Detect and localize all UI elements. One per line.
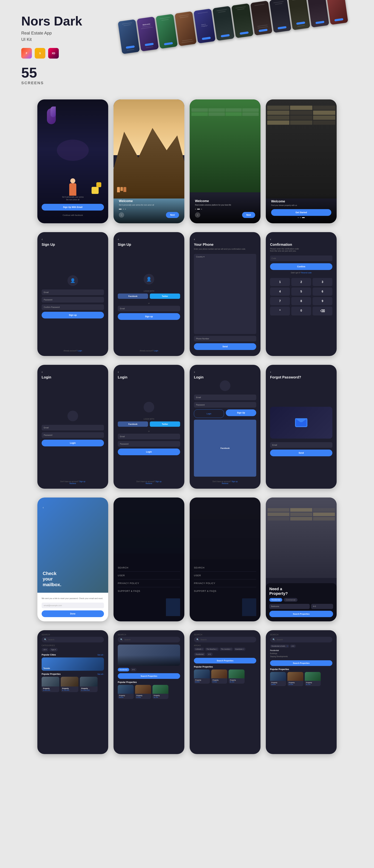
property-card-1[interactable]: Property$ 400,000 [41, 677, 59, 692]
property-card-s3-2[interactable]: Property$750K [211, 670, 227, 684]
num-key-2[interactable]: 2 [291, 278, 311, 286]
num-key-6[interactable]: 6 [313, 287, 333, 296]
property-card-s4-3[interactable]: Property$1.6M [305, 672, 321, 686]
password-input[interactable]: Password [41, 297, 104, 303]
num-key-4[interactable]: 4 [270, 287, 290, 296]
login-email-2[interactable]: Email [118, 434, 180, 439]
send-button[interactable]: Send [194, 343, 256, 350]
menu-search[interactable]: SEARCH [118, 564, 180, 572]
screens-label: SCREENS [21, 81, 353, 85]
signup-button-2[interactable]: Sign up [118, 313, 180, 320]
property-card-s2-3[interactable]: Property$1.6M [152, 685, 168, 699]
num-key-8[interactable]: 8 [291, 297, 311, 305]
num-key-1[interactable]: 1 [270, 278, 290, 286]
num-key-delete[interactable]: ⌫ [313, 307, 333, 315]
back-arrow-signup[interactable]: ‹ [41, 238, 104, 241]
num-key-3[interactable]: 3 [313, 278, 333, 286]
search-props-button-3[interactable]: Search Properties [194, 658, 256, 663]
phone-number-input[interactable]: Phone Number [194, 336, 256, 341]
facebook-login-button[interactable]: Facebook [118, 422, 148, 427]
property-card-s3-3[interactable]: Property$1.6M [229, 670, 244, 684]
menu-search-2[interactable]: SEARCH [194, 564, 256, 572]
confirm-button[interactable]: Confirm [270, 263, 333, 270]
signup-social-title: Sign Up [118, 243, 180, 247]
menu-privacy-2[interactable]: PRIVACY POLICY [194, 580, 256, 587]
back-arrow-login2[interactable]: ‹ [118, 370, 180, 374]
screen-login-basic: ‹ Login Email Password Login Don't have … [37, 365, 108, 489]
confirmation-title: Confirmation [270, 243, 333, 247]
signup-filled-button[interactable]: Sign Up [226, 409, 256, 416]
screen-phone-verify: ‹ Your Phone Enter your phone number and… [190, 232, 260, 356]
search-props-button-4[interactable]: Search Properties [270, 660, 333, 666]
twitter-button[interactable]: Twitter [150, 293, 180, 299]
login-title: Login [41, 375, 104, 379]
menu-user-2[interactable]: USER [194, 572, 256, 580]
search-placeholder-4: Search [277, 639, 283, 641]
property-card-2[interactable]: Property$ 750,000 [61, 677, 79, 692]
login-password-3[interactable]: Password [194, 402, 256, 408]
confirm-password-input[interactable]: Confirm Password [41, 304, 104, 310]
facebook-button[interactable]: Facebook [118, 293, 148, 299]
sign-up-email-button[interactable]: Sign Up With Email [41, 204, 104, 211]
twitter-login-button[interactable]: Twitter [150, 422, 180, 427]
signup-button[interactable]: Sign up [41, 312, 104, 318]
country-select[interactable]: Country ▾ [194, 254, 256, 334]
login-social-title: Login [118, 375, 180, 379]
property-card-s4-1[interactable]: Property$400K [270, 672, 286, 686]
done-button[interactable]: Done [41, 610, 104, 617]
facebook-login-button-2[interactable]: Facebook [194, 420, 256, 477]
next-button-2[interactable]: Next [242, 212, 255, 218]
next-button[interactable]: Next [166, 212, 179, 218]
forgot-title: Forgot Password? [270, 375, 333, 379]
back-arrow-login3[interactable]: ‹ [194, 370, 256, 374]
already-account-2: Already account? Login [118, 350, 180, 352]
login-email[interactable]: Email [41, 425, 104, 430]
property-card-s3-1[interactable]: Property$400K [194, 670, 210, 684]
xd-badge: XD [48, 48, 59, 59]
app-title: Nors Dark [21, 14, 353, 28]
figma-badge: F [21, 48, 32, 59]
back-arrow-login[interactable]: ‹ [41, 370, 104, 374]
num-key-star[interactable]: * [270, 307, 290, 315]
back-arrow-signup2[interactable]: ‹ [118, 238, 180, 241]
screen-confirmation: ‹ Confirmation Please enter the verifica… [266, 232, 337, 356]
email-input[interactable]: Email [41, 289, 104, 295]
back-arrow-phone[interactable]: ‹ [194, 238, 256, 241]
login-email-3[interactable]: Email [194, 395, 256, 400]
search-placeholder-2: Search [124, 639, 131, 641]
menu-support-2[interactable]: SUPPORT & FAQs [194, 587, 256, 595]
screen-login-social: ‹ Login LOGIN WITH Facebook Twitter or E… [114, 365, 184, 489]
property-card-s2-1[interactable]: Property$400K [118, 685, 134, 699]
num-key-9[interactable]: 9 [313, 297, 333, 305]
back-arrow-forgot[interactable]: ‹ [270, 370, 333, 374]
num-key-7[interactable]: 7 [270, 297, 290, 305]
email-input-2[interactable]: Email [118, 306, 180, 311]
screens-row-2: ‹ Sign Up 👤 Email Password Confirm Passw… [14, 232, 360, 356]
search-props-button-2[interactable]: Search Properties [118, 673, 180, 679]
login-password[interactable]: Password [41, 432, 104, 438]
screen-search-3: SEARCH 🔍 Search AREAS Cothedo × The Beac… [190, 630, 260, 754]
login-button[interactable]: Login [41, 440, 104, 446]
menu-support[interactable]: SUPPORT & FAQS [118, 587, 180, 595]
num-key-0[interactable]: 0 [291, 307, 311, 315]
forgot-email-input[interactable]: Email [270, 442, 333, 448]
property-card-s2-2[interactable]: Property$750K [135, 685, 151, 699]
num-key-5[interactable]: 5 [291, 287, 311, 296]
menu-user[interactable]: USER [118, 572, 180, 580]
login-password-2[interactable]: Password [118, 441, 180, 447]
menu-privacy[interactable]: PRIVACY POLICY [118, 580, 180, 587]
continue-facebook-button[interactable]: Continue with facebook [41, 212, 104, 218]
get-started-button[interactable]: Get Started [271, 209, 331, 216]
search-placeholder-1: Search [48, 639, 54, 641]
search-properties-button[interactable]: Search Properties [269, 611, 333, 617]
property-card-s4-2[interactable]: Property$750K [287, 672, 303, 686]
login-outline-button[interactable]: Login [194, 409, 224, 418]
screen-check-mailbox: ‹ Checkyourmailbox. We sent you a link t… [37, 498, 108, 621]
back-arrow-confirm[interactable]: ‹ [270, 238, 333, 241]
confirmation-subtitle: Please enter the verification codefrom t… [270, 248, 333, 252]
forgot-send-button[interactable]: Send [270, 450, 333, 456]
login-button-2[interactable]: Login [118, 448, 180, 455]
property-card-3[interactable]: Property$ 1,600,000 [80, 677, 97, 692]
screen-splash-green: Welcome Real estate universe platform fo… [190, 99, 260, 223]
signup-title: Sign Up [41, 243, 104, 247]
